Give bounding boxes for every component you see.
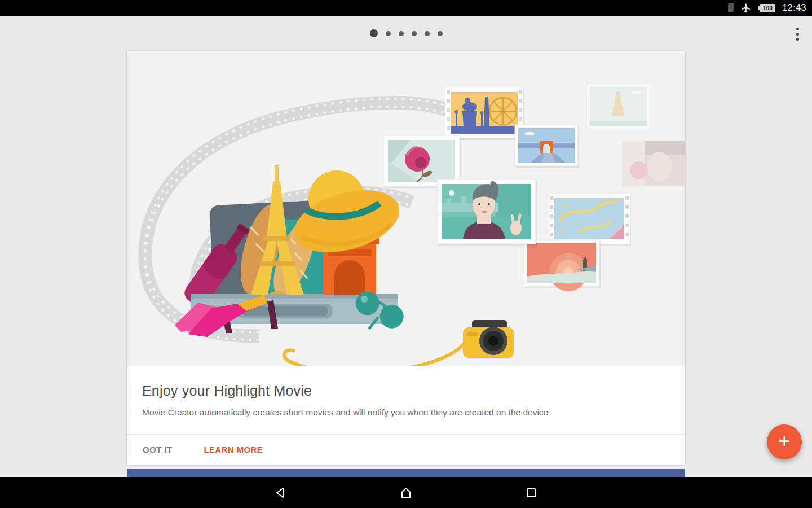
learn-more-button[interactable]: LEARN MORE: [195, 439, 272, 460]
battery-icon: 100: [758, 4, 775, 12]
photo-monument-ferris-wheel: [445, 87, 524, 140]
pager-dot-6[interactable]: [438, 31, 443, 36]
airplane-mode-icon: [741, 3, 751, 13]
pager-dots: [0, 25, 812, 42]
photo-face-faded: [622, 141, 685, 186]
card-text-section: Enjoy your Highlight Movie Movie Creator…: [127, 366, 685, 418]
pager-dot-3[interactable]: [399, 31, 404, 36]
photo-man-peace-sign: [437, 179, 537, 246]
next-card-peek[interactable]: [127, 469, 685, 477]
status-clock: 12:43: [782, 3, 806, 13]
status-bar: 100 12:43: [0, 0, 812, 16]
back-icon: [275, 487, 287, 499]
pager-dot-5[interactable]: [425, 31, 430, 36]
photo-sunset-beach: [523, 239, 601, 291]
no-sim-icon: [728, 3, 734, 12]
battery-level: 100: [760, 4, 775, 12]
home-icon: [400, 487, 412, 499]
card-illustration: [127, 51, 685, 366]
camera-with-strap: [284, 320, 514, 366]
vertical-ellipsis-icon: [796, 33, 799, 36]
navigation-bar: [0, 477, 812, 508]
recents-icon: [525, 487, 537, 499]
got-it-button[interactable]: GOT IT: [134, 439, 181, 460]
highlight-movie-illustration: [127, 51, 685, 366]
recents-button[interactable]: [491, 477, 572, 508]
card-description: Movie Creator automatically creates shor…: [142, 408, 670, 418]
pager-dot-4[interactable]: [412, 31, 417, 36]
card-actions-row: GOT IT LEARN MORE: [127, 434, 685, 465]
home-button[interactable]: [365, 477, 447, 508]
highlight-movie-card: Enjoy your Highlight Movie Movie Creator…: [127, 51, 685, 465]
pager-dot-2[interactable]: [386, 31, 391, 36]
add-fab-button[interactable]: +: [767, 424, 802, 459]
vertical-ellipsis-icon: [796, 38, 799, 41]
photo-confetti: [549, 194, 631, 246]
photo-arc-landscape: [515, 125, 579, 168]
vertical-ellipsis-icon: [796, 28, 799, 30]
back-button[interactable]: [240, 477, 321, 508]
plus-icon: +: [778, 431, 790, 452]
photo-eiffel-faded: [586, 84, 650, 130]
card-title: Enjoy your Highlight Movie: [142, 383, 670, 399]
overflow-menu-button[interactable]: [790, 25, 805, 42]
pager-dot-1[interactable]: [370, 29, 378, 37]
